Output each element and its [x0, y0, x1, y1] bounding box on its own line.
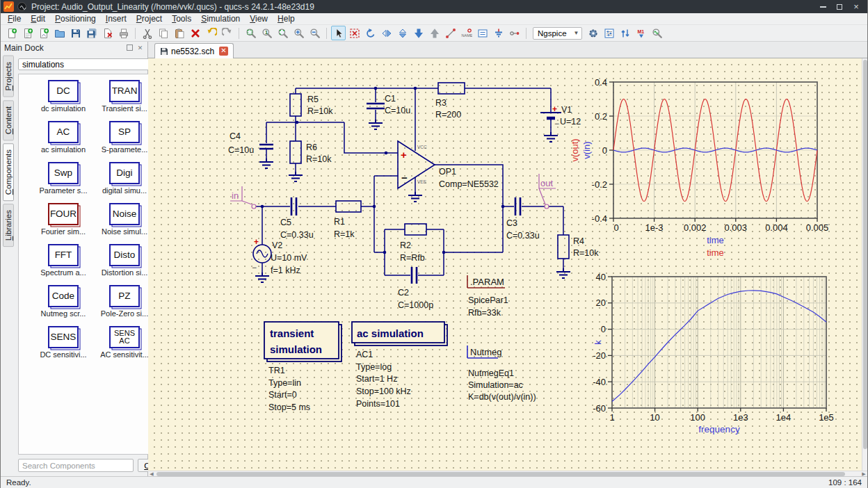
ground-icon[interactable]: [491, 26, 506, 40]
component-nutmeg-scr[interactable]: CodeNutmeg scr...: [33, 285, 94, 318]
menu-insert[interactable]: Insert: [101, 14, 131, 24]
port-out[interactable]: [545, 204, 549, 209]
dock-tab-strip: ProjectsContentComponentsLibraries: [1, 54, 15, 476]
menu-positioning[interactable]: Positioning: [50, 14, 101, 24]
push-into-icon[interactable]: [411, 26, 426, 40]
cut-icon[interactable]: [140, 26, 154, 40]
zoom-in-icon[interactable]: [291, 26, 306, 40]
voltage-source-v1[interactable]: [540, 113, 561, 118]
label-in[interactable]: in: [232, 190, 239, 201]
component-fourier-sim[interactable]: FOURFourier sim...: [33, 203, 94, 236]
doc-new-symbol-icon[interactable]: [36, 26, 51, 40]
component-transient-si[interactable]: TRANTransient si...: [94, 80, 155, 113]
qucs-logo-icon: [3, 1, 14, 12]
mirror-y-icon[interactable]: [395, 26, 410, 40]
search-components-input[interactable]: [18, 459, 134, 472]
mirror-x-icon[interactable]: [379, 26, 394, 40]
save-icon[interactable]: [68, 26, 83, 40]
probe-icon[interactable]: [650, 26, 664, 40]
restore-button[interactable]: [831, 1, 848, 12]
simulator-select[interactable]: Ngspice▼: [533, 27, 582, 40]
component-category-select[interactable]: simulations ▼: [18, 58, 170, 70]
doc-new-icon[interactable]: [4, 26, 19, 40]
nutmeg-equation-block[interactable]: Nutmeg NutmegEq1 Simulation=ac K=db(v(ou…: [467, 345, 536, 402]
sim-settings-icon[interactable]: [586, 26, 600, 40]
component-ac-sensitivit[interactable]: SENS ACAC sensitivit...: [94, 326, 155, 359]
dock-tab-content[interactable]: Content: [3, 100, 14, 140]
undo-icon[interactable]: [204, 26, 218, 40]
port-icon[interactable]: [507, 26, 522, 40]
doc-close-icon[interactable]: [100, 26, 115, 40]
menu-project[interactable]: Project: [131, 14, 167, 24]
ac-simulation-block[interactable]: ac simulation AC1 Type=log Start=1 Hz St…: [352, 322, 447, 409]
menu-view[interactable]: View: [245, 14, 273, 24]
component-spectrum-a[interactable]: FFTSpectrum a...: [33, 244, 94, 277]
pop-out-icon[interactable]: [427, 26, 442, 40]
redo-icon[interactable]: [220, 26, 234, 40]
rotate-ccw-icon[interactable]: [363, 26, 378, 40]
close-button[interactable]: ×: [848, 1, 865, 12]
main-dock: Main Dock ✕ ProjectsContentComponentsLib…: [1, 42, 148, 476]
menu-edit[interactable]: Edit: [26, 14, 50, 24]
transient-simulation-block[interactable]: transient simulation TR1 Type=lin Start=…: [264, 322, 341, 412]
component-ac-simulation[interactable]: ACac simulation: [33, 121, 94, 154]
schematic-canvas[interactable]: + − VCC VEE: [148, 58, 862, 471]
zoom-one-icon[interactable]: 1: [259, 26, 274, 40]
copy-icon[interactable]: [156, 26, 170, 40]
component-noise-simul[interactable]: NoiseNoise simul...: [94, 203, 155, 236]
marker-icon[interactable]: M1: [634, 26, 648, 40]
opamp-op1[interactable]: + − VCC VEE: [398, 141, 435, 188]
zoom-fit-icon[interactable]: [243, 26, 258, 40]
component-dc-simulation[interactable]: DCdc simulation: [33, 80, 94, 113]
zoom-out-icon[interactable]: [307, 26, 322, 40]
svg-text:C4: C4: [230, 131, 241, 141]
component-dc-sensitivi[interactable]: SENSDC sensitivi...: [33, 326, 94, 359]
dock-tab-libraries[interactable]: Libraries: [3, 204, 14, 247]
label-out[interactable]: out: [540, 178, 553, 188]
tab-ne5532-sch[interactable]: ne5532.sch ✕: [154, 43, 234, 58]
component-distortion-si[interactable]: DistoDistortion si...: [94, 244, 155, 277]
horizontal-scrollbar[interactable]: ◀ ▶: [148, 471, 867, 476]
select-icon[interactable]: [331, 26, 346, 40]
svg-text:C=0.33u: C=0.33u: [506, 231, 540, 241]
dock-tab-projects[interactable]: Projects: [3, 56, 14, 97]
delete-icon[interactable]: [188, 26, 202, 40]
menu-file[interactable]: File: [3, 14, 26, 24]
svg-text:R=200: R=200: [435, 110, 461, 120]
svg-text:Type=log: Type=log: [356, 362, 392, 372]
component-digital-simu[interactable]: Digidigital simu...: [94, 162, 155, 195]
tab-close-icon[interactable]: ✕: [219, 47, 228, 56]
exchange-icon[interactable]: [618, 26, 632, 40]
minimize-button[interactable]: [814, 1, 831, 12]
open-icon[interactable]: [52, 26, 67, 40]
menu-simulation[interactable]: Simulation: [196, 14, 245, 24]
vertical-scrollbar[interactable]: [862, 58, 867, 471]
equation-icon[interactable]: [475, 26, 490, 40]
dock-float-icon[interactable]: [127, 44, 133, 51]
spice-param-block[interactable]: .PARAM SpicePar1 Rfb=33k: [467, 275, 508, 318]
doc-settings-icon[interactable]: [602, 26, 616, 40]
doc-new-text-icon[interactable]: [20, 26, 35, 40]
dock-tab-components[interactable]: Components: [3, 143, 14, 201]
wire-icon[interactable]: [443, 26, 458, 40]
menu-help[interactable]: Help: [273, 14, 300, 24]
time-domain-plot[interactable]: 0.40.20-0.2-0.401e-30.0020.0030.0040.005…: [570, 77, 828, 259]
delete-mode-icon[interactable]: [347, 26, 362, 40]
component-pole-zero-si[interactable]: PZPole-Zero si...: [94, 285, 155, 318]
port-in[interactable]: [252, 204, 256, 209]
frequency-response-plot[interactable]: 40200-20-40-601101001e31e41e5frequencyk: [593, 272, 834, 435]
component-s-paramete[interactable]: SPS-paramete...: [94, 121, 155, 154]
voltage-source-v2[interactable]: [253, 245, 271, 263]
svg-text:Comp=NE5532: Comp=NE5532: [439, 179, 499, 189]
paste-icon[interactable]: [172, 26, 186, 40]
svg-text:ac simulation: ac simulation: [357, 327, 424, 339]
resistor-r5: [290, 94, 301, 116]
print-icon[interactable]: [116, 26, 131, 40]
zoom-sel-icon[interactable]: [275, 26, 290, 40]
dock-close-icon[interactable]: ✕: [136, 44, 144, 51]
node-label-icon[interactable]: NAME: [459, 26, 474, 40]
save-all-icon[interactable]: [84, 26, 99, 40]
component-parameter-s[interactable]: SwpParameter s...: [33, 162, 94, 195]
dock-title: Main Dock: [4, 43, 44, 53]
menu-tools[interactable]: Tools: [167, 14, 196, 24]
